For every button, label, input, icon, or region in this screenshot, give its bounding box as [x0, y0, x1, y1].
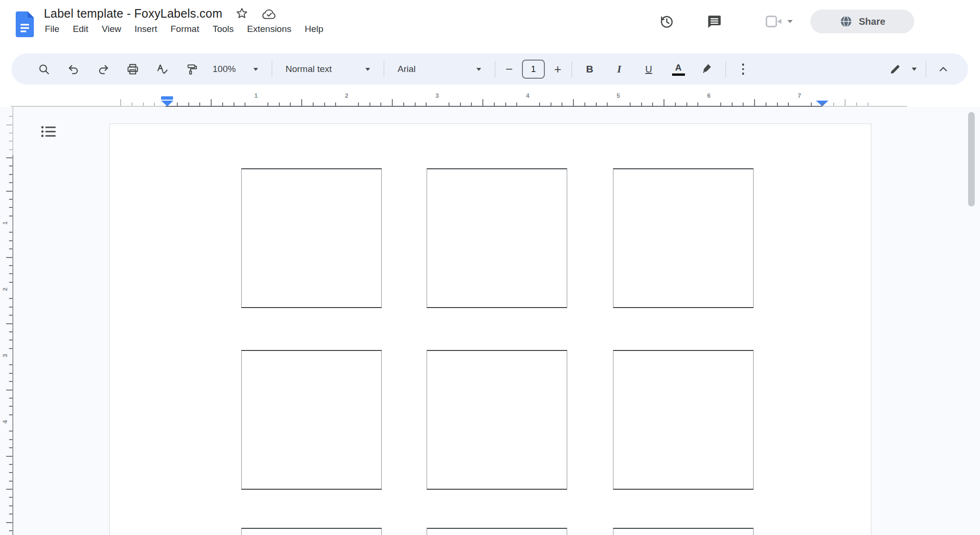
ruler-tick [324, 103, 325, 106]
ruler-tick [132, 103, 133, 106]
ruler-number: 2 [345, 92, 348, 99]
editing-mode-dropdown-icon[interactable] [911, 67, 917, 71]
ruler-tick [675, 103, 676, 106]
label-cell[interactable] [427, 528, 567, 535]
label-cell[interactable] [427, 350, 567, 490]
ruler-tick [551, 103, 551, 106]
ruler-tick [9, 307, 12, 308]
ruler-tick [856, 103, 857, 106]
document-outline-icon[interactable] [39, 123, 58, 140]
share-globe-icon [839, 15, 853, 28]
ruler-tick [652, 103, 653, 106]
more-options-icon[interactable] [732, 58, 755, 81]
vertical-ruler[interactable]: 1234 [0, 107, 14, 535]
menu-item-edit[interactable]: Edit [66, 22, 95, 36]
ruler-tick [9, 406, 12, 407]
ruler-tick [9, 331, 12, 332]
ruler-tick [143, 103, 144, 106]
cloud-saved-icon[interactable] [262, 8, 276, 20]
spellcheck-icon[interactable] [151, 58, 174, 81]
redo-icon[interactable] [92, 58, 114, 81]
ruler-tick [9, 165, 12, 166]
toolbar-divider [926, 61, 926, 77]
font-family-select[interactable]: Arial [390, 58, 489, 81]
share-button[interactable]: Share [810, 10, 914, 33]
menu-item-file[interactable]: File [38, 22, 66, 36]
zoom-value: 100% [213, 64, 236, 74]
menu-item-view[interactable]: View [95, 22, 128, 36]
video-call-icon[interactable] [766, 15, 783, 28]
ruler-tick [9, 141, 12, 142]
italic-button[interactable]: I [607, 58, 631, 81]
ruler-number: 7 [797, 92, 801, 99]
font-family-value: Arial [398, 64, 416, 74]
ruler-tick [9, 481, 12, 482]
version-history-icon[interactable] [655, 10, 678, 33]
menu-item-format[interactable]: Format [164, 22, 206, 36]
label-cell[interactable] [241, 528, 382, 535]
label-cell[interactable] [613, 528, 754, 535]
ruler-number: 4 [526, 92, 529, 99]
ruler-tick [9, 414, 12, 415]
left-indent-marker[interactable] [161, 101, 174, 106]
label-cell[interactable] [241, 168, 382, 308]
ruler-tick [6, 323, 12, 324]
ruler-tick [9, 381, 12, 382]
label-cell[interactable] [241, 350, 382, 490]
ruler-tick [335, 103, 336, 106]
ruler-tick [9, 348, 12, 349]
ruler-baseline [12, 155, 13, 535]
vertical-scrollbar[interactable] [968, 112, 975, 206]
menu-item-extensions[interactable]: Extensions [240, 22, 298, 36]
chevron-down-icon [253, 68, 258, 71]
ruler-tick [267, 103, 268, 106]
label-cell[interactable] [613, 168, 754, 308]
increase-font-size-button[interactable]: + [550, 59, 566, 80]
ruler-tick [641, 103, 642, 106]
star-icon[interactable] [235, 7, 248, 20]
paint-format-icon[interactable] [180, 58, 203, 81]
first-line-indent-marker[interactable] [161, 96, 173, 100]
underline-button[interactable]: U [637, 58, 661, 81]
ruler-tick [732, 103, 733, 106]
ruler-tick [9, 248, 12, 249]
ruler-tick [177, 103, 178, 106]
label-cell[interactable] [427, 168, 567, 308]
ruler-tick [766, 103, 766, 106]
undo-icon[interactable] [62, 58, 85, 81]
ruler-tick [9, 472, 12, 473]
menu-item-tools[interactable]: Tools [206, 22, 240, 36]
highlight-color-button[interactable] [696, 58, 720, 81]
ruler-number: 1 [254, 92, 257, 99]
horizontal-ruler[interactable]: 1234567 [0, 93, 980, 107]
docs-logo-icon[interactable] [16, 11, 34, 37]
ruler-tick [9, 340, 12, 340]
ruler-tick [9, 133, 12, 134]
editing-mode-pen-icon[interactable] [884, 58, 907, 81]
video-call-dropdown-icon[interactable] [787, 20, 793, 23]
search-icon[interactable] [32, 58, 55, 81]
menu-item-insert[interactable]: Insert [128, 22, 164, 36]
ruler-tick [313, 103, 314, 106]
paragraph-style-select[interactable]: Normal text [278, 58, 378, 81]
ruler-tick [505, 103, 506, 106]
document-title[interactable]: Label template - FoxyLabels.com [44, 7, 222, 21]
hide-menus-chevron-icon[interactable] [932, 58, 955, 81]
comments-icon[interactable] [703, 10, 725, 33]
ruler-tick [279, 103, 280, 106]
bold-button[interactable]: B [578, 58, 602, 81]
text-color-button[interactable]: A [666, 58, 690, 81]
ruler-tick [720, 103, 721, 106]
decrease-font-size-button[interactable]: − [501, 59, 517, 80]
label-cell[interactable] [613, 350, 754, 490]
zoom-select[interactable]: 100% [205, 58, 266, 81]
print-icon[interactable] [121, 58, 144, 81]
menu-item-help[interactable]: Help [298, 22, 330, 36]
ruler-tick [833, 103, 834, 106]
ruler-tick [120, 99, 121, 106]
ruler-number: 2 [1, 285, 9, 294]
font-size-input[interactable]: 1 [522, 60, 545, 79]
document-page[interactable] [109, 123, 871, 535]
header: Label template - FoxyLabels.com FileEdit… [0, 0, 980, 44]
current-text-color-swatch [672, 73, 685, 76]
